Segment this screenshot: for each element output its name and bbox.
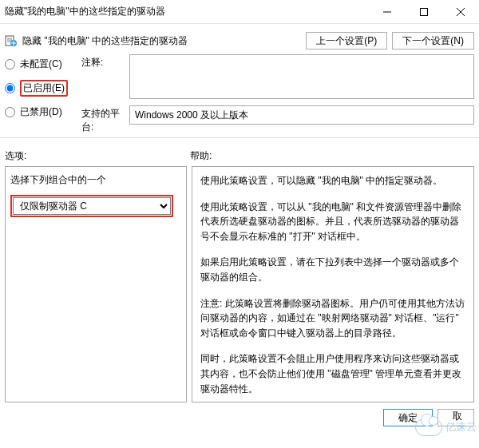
policy-heading: 隐藏 "我的电脑" 中的这些指定的驱动器 xyxy=(22,34,301,48)
options-pane: 选择下列组合中的一个 仅限制驱动器 C xyxy=(5,166,187,402)
cancel-button[interactable]: 取消 xyxy=(437,409,474,426)
radio-input-not-configured[interactable] xyxy=(5,59,15,69)
help-pane[interactable]: 使用此策略设置，可以隐藏 "我的电脑" 中的指定驱动器。 使用此策略设置，可以从… xyxy=(192,166,474,402)
radio-not-configured[interactable]: 未配置(C) xyxy=(5,54,81,73)
options-label: 选项: xyxy=(5,149,190,163)
help-text: 同时，此策略设置不会阻止用户使用程序来访问这些驱动器或其内容，也不会防止他们使用… xyxy=(200,351,465,396)
options-title: 选择下列组合中的一个 xyxy=(10,173,181,187)
button-row: 确定 取消 xyxy=(0,402,479,433)
help-text: 注意: 此策略设置将删除驱动器图标。用户仍可使用其他方法访问驱动器的内容，如通过… xyxy=(200,296,465,341)
radio-disabled[interactable]: 已禁用(D) xyxy=(5,102,81,121)
drive-combination-dropdown[interactable]: 仅限制驱动器 C xyxy=(13,197,171,215)
help-text: 如果启用此策略设置，请在下拉列表中选择一个驱动器或多个驱动器的组合。 xyxy=(200,255,465,284)
radio-enabled[interactable]: 已启用(E) xyxy=(5,78,81,97)
lower-panes: 选择下列组合中的一个 仅限制驱动器 C 使用此策略设置，可以隐藏 "我的电脑" … xyxy=(0,166,479,402)
comment-box[interactable] xyxy=(129,54,474,99)
help-text: 使用此策略设置，可以隐藏 "我的电脑" 中的指定驱动器。 xyxy=(200,173,465,188)
close-button[interactable] xyxy=(442,0,479,24)
state-column: 未配置(C) 已启用(E) 已禁用(D) xyxy=(5,54,81,134)
window-title: 隐藏"我的电脑"中的这些指定的驱动器 xyxy=(0,5,369,18)
comment-label: 注释: xyxy=(81,54,129,69)
radio-label: 未配置(C) xyxy=(20,57,62,71)
maximize-button[interactable] xyxy=(406,0,442,24)
ok-button[interactable]: 确定 xyxy=(383,409,433,426)
title-bar: 隐藏"我的电脑"中的这些指定的驱动器 xyxy=(0,0,479,24)
supported-label: 支持的平台: xyxy=(81,105,129,134)
previous-setting-button[interactable]: 上一个设置(P) xyxy=(306,32,387,50)
header: 隐藏 "我的电脑" 中的这些指定的驱动器 上一个设置(P) 下一个设置(N) xyxy=(0,24,479,54)
help-text: 使用此策略设置，可以从 "我的电脑" 和文件资源管理器中删除代表所选硬盘驱动器的… xyxy=(200,200,465,244)
help-label: 帮助: xyxy=(190,149,212,163)
supported-value: Windows 2000 及以上版本 xyxy=(129,105,474,125)
minimize-button[interactable] xyxy=(369,0,406,24)
svg-rect-0 xyxy=(421,8,428,15)
policy-icon xyxy=(5,34,18,47)
radio-input-enabled[interactable] xyxy=(5,83,15,93)
section-labels: 选项: 帮助: xyxy=(0,145,479,166)
radio-label: 已启用(E) xyxy=(20,80,68,97)
divider xyxy=(0,137,479,138)
radio-input-disabled[interactable] xyxy=(5,107,15,117)
settings-area: 未配置(C) 已启用(E) 已禁用(D) 注释: 支持的平台: Windows … xyxy=(0,54,479,134)
dropdown-highlight: 仅限制驱动器 C xyxy=(10,195,173,217)
radio-label: 已禁用(D) xyxy=(20,105,62,119)
next-setting-button[interactable]: 下一个设置(N) xyxy=(392,32,474,50)
meta-column: 注释: 支持的平台: Windows 2000 及以上版本 xyxy=(81,54,474,134)
